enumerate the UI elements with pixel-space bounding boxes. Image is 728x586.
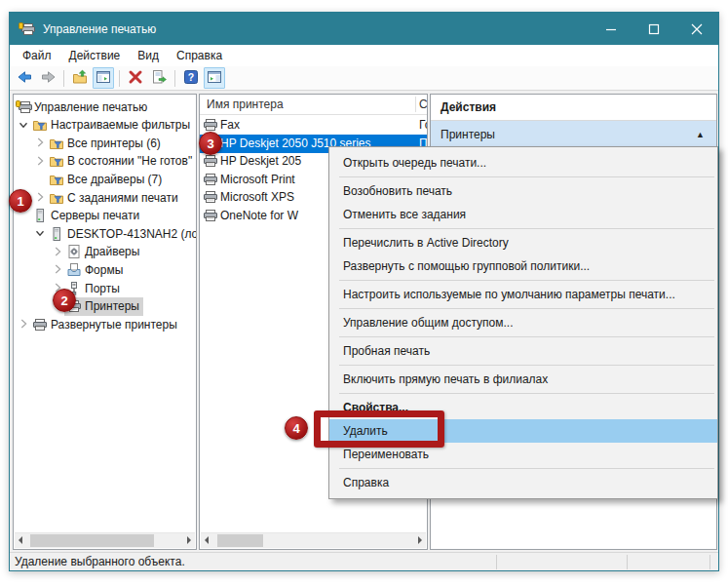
tree-item-label: DESKTOP-413NAH2 (ло (67, 227, 197, 241)
menu-item-возобновить-печать[interactable]: Возобновить печать (329, 179, 717, 203)
menu-view[interactable]: Вид (129, 46, 168, 65)
filter-icon (32, 117, 48, 133)
menu-item-включить-прямую-печать-в-филиалах[interactable]: Включить прямую печать в филиалах (329, 368, 717, 391)
tree-item-принтеры[interactable]: Принтеры (14, 297, 196, 316)
window-title: Управление печатью (43, 22, 156, 36)
menu-item-перечислить-в-active-directory[interactable]: Перечислить в Active Directory (329, 231, 717, 254)
column-printer-name[interactable]: Имя принтера (207, 98, 284, 111)
tree-item-label: Управление печатью (34, 100, 147, 114)
up-folder-button[interactable] (69, 67, 91, 89)
tree-item-в-состоянии-не-готов[interactable]: В состоянии "Не готов" (14, 152, 196, 171)
scroll-right-icon[interactable] (187, 536, 191, 544)
help-button[interactable]: ? (180, 67, 202, 89)
console-tree-icon (96, 69, 111, 88)
tree-item-label: Все принтеры (6) (67, 137, 161, 150)
tree-item-порты[interactable]: Порты (14, 279, 196, 297)
actions-group-printers[interactable]: Принтеры ▲ (431, 121, 716, 149)
scroll-left-icon[interactable] (205, 536, 209, 544)
tree-item-label: Драйверы (85, 245, 139, 258)
tree-item-content: Все драйверы (7) (47, 170, 166, 188)
maximize-button[interactable] (632, 13, 675, 45)
tree-item-content: Драйверы (64, 243, 143, 261)
collapse-icon[interactable]: ▲ (696, 121, 705, 148)
scroll-thumb[interactable] (30, 534, 154, 547)
tree-item-label: Принтеры (85, 299, 139, 313)
tree-item-content: DESKTOP-413NAH2 (ло (47, 224, 197, 243)
column-status[interactable]: Со (419, 98, 428, 111)
actions-header: Действия (431, 95, 716, 121)
app-printer-icon (19, 21, 36, 37)
menubar: Файл Действие Вид Справка (10, 45, 718, 66)
screenshot-root: Управление печатью Файл Действие Вид Спр… (0, 0, 728, 586)
chevron-right-icon[interactable] (51, 262, 64, 276)
action-pane-icon (207, 69, 222, 88)
menu-item-развернуть-с-помощью-групповой-политики[interactable]: Развернуть с помощью групповой политики.… (329, 254, 717, 278)
column-divider[interactable] (415, 97, 416, 112)
printer-row-1[interactable]: FaxГо (200, 116, 427, 135)
tree-item-desktop-413nah2-ло[interactable]: DESKTOP-413NAH2 (ло (14, 224, 196, 243)
menu-item-открыть-очередь-печати[interactable]: Открыть очередь печати... (329, 151, 717, 175)
action-pane-button[interactable] (204, 67, 225, 89)
forms-icon (66, 262, 82, 278)
chevron-right-icon[interactable] (33, 154, 47, 168)
menu-separator (339, 393, 714, 394)
scroll-left-icon[interactable] (19, 536, 22, 544)
forward-button[interactable] (37, 67, 58, 89)
tree-item-формы[interactable]: Формы (14, 260, 196, 279)
tree-item-все-драйверы-7[interactable]: Все драйверы (7) (14, 170, 196, 188)
menu-separator (339, 308, 714, 309)
server-icon (49, 226, 64, 242)
menu-help[interactable]: Справка (168, 46, 231, 65)
tree-item-content: Настраиваемые фильтры (30, 116, 194, 135)
list-horizontal-scrollbar[interactable] (201, 532, 426, 548)
printer-icon (203, 153, 218, 169)
tree-item-развернутые-принтеры[interactable]: Развернутые принтеры (14, 315, 196, 333)
menu-item-управление-общим-доступом[interactable]: Управление общим доступом... (329, 311, 717, 334)
chevron-down-icon[interactable] (17, 118, 30, 132)
tree-item-label: В состоянии "Не готов" (67, 154, 192, 168)
delete-button[interactable] (125, 67, 146, 89)
statusbar: Удаление выбранного объекта. (10, 552, 718, 570)
printer-icon (203, 117, 218, 133)
close-button[interactable] (675, 13, 718, 45)
back-button[interactable] (14, 67, 35, 89)
toolbar: ? (10, 66, 718, 91)
menu-item-пробная-печать[interactable]: Пробная печать (329, 339, 717, 363)
chevron-right-icon[interactable] (51, 245, 64, 258)
tree-item-настраиваемые-фильтры[interactable]: Настраиваемые фильтры (14, 116, 196, 135)
printer-name: HP Deskjet 205 (220, 154, 301, 168)
menu-item-отменить-все-задания[interactable]: Отменить все задания (329, 203, 717, 226)
chevron-right-icon[interactable] (33, 136, 47, 149)
tree-item-серверы-печати[interactable]: Серверы печати (14, 207, 196, 225)
tree-horizontal-scrollbar[interactable] (15, 532, 195, 548)
svg-text:?: ? (188, 71, 194, 83)
annotation-badge-4: 4 (285, 416, 308, 440)
menu-file[interactable]: Файл (14, 46, 60, 65)
titlebar[interactable]: Управление печатью (10, 13, 718, 45)
menu-action[interactable]: Действие (60, 46, 130, 65)
actions-group-label: Принтеры (441, 128, 495, 141)
printer-status: Го (419, 118, 428, 132)
tree-item-с-заданиями-печати[interactable]: С заданиями печати (14, 188, 196, 207)
minimize-button[interactable] (590, 13, 632, 45)
menu-item-настроить-используемые-по-умолчанию-параметры-печати[interactable]: Настроить используемые по умолчанию пара… (329, 283, 717, 306)
tree-item-content: Формы (64, 260, 127, 279)
menu-item-справка[interactable]: Справка (329, 471, 717, 494)
scroll-right-icon[interactable] (418, 536, 422, 544)
printer-icon (203, 208, 218, 223)
scroll-thumb[interactable] (217, 534, 263, 547)
export-list-button[interactable] (148, 67, 170, 89)
tree-item-управление-печатью[interactable]: Управление печатью (14, 98, 196, 116)
tree-item-все-принтеры-6[interactable]: Все принтеры (6) (14, 134, 196, 152)
printer-name: Microsoft Print (220, 173, 295, 186)
back-icon (17, 69, 33, 88)
tree-item-label: Порты (85, 282, 120, 295)
forward-icon (40, 69, 57, 88)
chevron-right-icon[interactable] (17, 317, 30, 331)
list-header[interactable]: Имя принтера Со (200, 95, 427, 115)
help-icon: ? (183, 69, 199, 88)
chevron-down-icon[interactable] (33, 226, 47, 240)
chevron-right-icon[interactable] (33, 190, 47, 204)
tree-item-драйверы[interactable]: Драйверы (14, 243, 196, 261)
console-tree-button[interactable] (93, 67, 114, 89)
